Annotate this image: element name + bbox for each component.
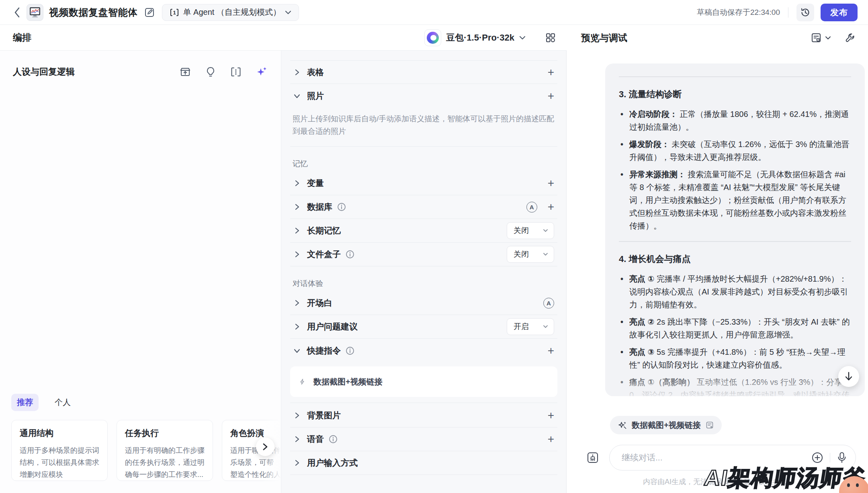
back-button[interactable] xyxy=(10,6,24,19)
row-label: 照片 xyxy=(307,90,324,102)
agent-mode-selector[interactable]: 1 单 Agent （自主规划模式） xyxy=(162,4,299,21)
debug-tools-button[interactable] xyxy=(845,32,856,43)
chevron-right-icon[interactable] xyxy=(293,227,301,234)
filebox-select[interactable]: 关闭 xyxy=(507,246,554,263)
row-label: 表格 xyxy=(307,67,324,78)
row-voice[interactable]: 语音 + xyxy=(290,428,557,451)
import-icon[interactable] xyxy=(180,66,191,78)
info-icon[interactable] xyxy=(329,435,338,444)
debug-settings-button[interactable] xyxy=(811,32,831,43)
divider xyxy=(788,7,788,18)
model-selector[interactable]: 豆包·1.5·Pro·32k xyxy=(424,29,526,46)
chevron-right-icon[interactable] xyxy=(293,180,301,187)
chevron-down-icon xyxy=(543,229,548,232)
lightbulb-icon[interactable] xyxy=(205,66,216,78)
persona-title: 人设与回复逻辑 xyxy=(13,66,75,78)
preview-title: 预览与调试 xyxy=(581,32,627,44)
config-panel: 表格 + 照片 + 照片上传到知识库后自动/手动添加语义描述，智能体可以基于照片… xyxy=(281,51,567,493)
scroll-to-bottom-button[interactable] xyxy=(838,366,859,387)
card-title: 角色扮演 xyxy=(230,428,281,439)
row-background[interactable]: 背景图片 + xyxy=(290,404,557,428)
brackets-icon[interactable] xyxy=(230,67,242,77)
row-suggestion[interactable]: 用户问题建议 开启 xyxy=(290,315,557,339)
row-shortcut[interactable]: 快捷指令 + xyxy=(290,339,557,362)
shortcut-chip[interactable]: 数据截图+视频链接 xyxy=(610,416,722,434)
shortcut-item[interactable]: 数据截图+视频链接 xyxy=(290,370,557,393)
bullet: 冷启动阶段： 正常（播放量 1806，较往期 + 62.41%，推测通过初始流量… xyxy=(619,108,851,133)
add-background-button[interactable]: + xyxy=(548,410,554,421)
info-icon[interactable] xyxy=(337,203,346,211)
info-icon[interactable] xyxy=(346,346,354,355)
row-longterm-memory[interactable]: 长期记忆 关闭 xyxy=(290,219,557,243)
chevron-right-icon[interactable] xyxy=(293,69,301,76)
add-database-button[interactable]: + xyxy=(548,201,554,213)
model-name: 豆包·1.5·Pro·32k xyxy=(446,32,514,44)
row-opening[interactable]: 开场白 A xyxy=(290,291,557,315)
attach-plus-icon[interactable] xyxy=(811,452,823,464)
shortcut-card: 数据截图+视频链接 xyxy=(290,366,557,397)
row-label: 用户问题建议 xyxy=(307,321,358,332)
agent-title: 视频数据复盘智能体 xyxy=(49,6,138,19)
card-line: 增删对应模块 xyxy=(20,468,99,481)
layout-grid-icon[interactable] xyxy=(545,32,556,43)
add-voice-button[interactable]: + xyxy=(548,434,554,445)
chevron-down-icon[interactable] xyxy=(293,348,301,353)
card-line: 结构，可以根据具体需求 xyxy=(20,456,99,468)
tab-recommended[interactable]: 推荐 xyxy=(11,394,39,411)
card-line: 确每一步骤的工作要求... xyxy=(125,468,205,481)
clear-context-button[interactable] xyxy=(583,448,603,468)
chevron-right-icon[interactable] xyxy=(293,459,301,466)
auto-icon[interactable]: A xyxy=(543,298,554,309)
photo-description: 照片上传到知识库后自动/手动添加语义描述，智能体可以基于照片的描述匹配到最合适的… xyxy=(290,108,557,147)
tab-personal[interactable]: 个人 xyxy=(49,394,76,411)
chevron-down-icon[interactable] xyxy=(293,94,301,98)
carousel-next-button[interactable] xyxy=(256,438,274,456)
bullet: 亮点 ③ 5s 完播率提升（+41.8%）：前 5 秒 “狂热→失望→理性” 的… xyxy=(619,346,851,371)
history-button[interactable] xyxy=(796,4,814,21)
add-shortcut-button[interactable]: + xyxy=(548,345,554,356)
form-icon xyxy=(706,421,714,429)
shortcut-chip-label: 数据截图+视频链接 xyxy=(632,420,701,431)
add-variable-button[interactable]: + xyxy=(548,178,554,189)
row-variable[interactable]: 变量 + xyxy=(290,172,557,195)
auto-icon[interactable]: A xyxy=(526,202,537,213)
row-input-method[interactable]: 用户输入方式 xyxy=(290,451,557,475)
assistant-message: 3. 流量结构诊断 冷启动阶段： 正常（播放量 1806，较往期 + 62.41… xyxy=(605,63,865,396)
publish-button[interactable]: 发布 xyxy=(821,4,858,21)
chevron-right-icon[interactable] xyxy=(293,299,301,307)
card-line: 的任务执行场景，通过明 xyxy=(125,456,205,468)
chevron-right-icon[interactable] xyxy=(293,251,301,258)
microphone-icon[interactable] xyxy=(837,452,847,464)
section-heading: 3. 流量结构诊断 xyxy=(619,88,851,100)
row-filebox[interactable]: 文件盒子 关闭 xyxy=(290,243,557,266)
select-value: 关闭 xyxy=(514,249,529,260)
row-database[interactable]: 数据库 A+ xyxy=(290,195,557,219)
sparkle-icon xyxy=(618,421,627,430)
chevron-right-icon[interactable] xyxy=(293,412,301,419)
group-memory: 记忆 xyxy=(293,159,557,169)
add-table-button[interactable]: + xyxy=(548,67,554,78)
chevron-right-icon[interactable] xyxy=(293,436,301,443)
row-photo[interactable]: 照片 + xyxy=(290,84,557,108)
row-table[interactable]: 表格 + xyxy=(290,60,557,84)
group-chat-experience: 对话体验 xyxy=(293,278,557,289)
template-card-task[interactable]: 任务执行 适用于有明确的工作步骤 的任务执行场景，通过明 确每一步骤的工作要求.… xyxy=(117,420,213,481)
bullet: 异常来源推测： 搜索流量可能不足（无具体数据但标题含 #ai 等 8 个标签，未… xyxy=(619,168,851,232)
longterm-memory-select[interactable]: 关闭 xyxy=(507,222,554,239)
orchestrate-title: 编排 xyxy=(13,31,31,44)
info-icon[interactable] xyxy=(346,250,354,259)
card-title: 通用结构 xyxy=(20,428,99,439)
row-label: 快捷指令 xyxy=(307,345,341,356)
chevron-right-icon[interactable] xyxy=(293,323,301,330)
suggestion-select[interactable]: 开启 xyxy=(507,318,554,335)
template-card-general[interactable]: 通用结构 适用于多种场景的提示词 结构，可以根据具体需求 增删对应模块 xyxy=(11,420,108,481)
shortcut-item-label: 数据截图+视频链接 xyxy=(313,376,383,387)
ai-sparkle-icon[interactable] xyxy=(256,66,268,78)
row-label: 长期记忆 xyxy=(307,225,341,236)
card-line: 适用于多种场景的提示词 xyxy=(20,444,99,456)
chevron-right-icon[interactable] xyxy=(293,203,301,211)
edit-title-icon[interactable] xyxy=(144,7,155,18)
autosave-status: 草稿自动保存于22:34:00 xyxy=(697,7,780,18)
chevron-down-icon xyxy=(543,325,548,328)
add-photo-button[interactable]: + xyxy=(548,90,554,102)
